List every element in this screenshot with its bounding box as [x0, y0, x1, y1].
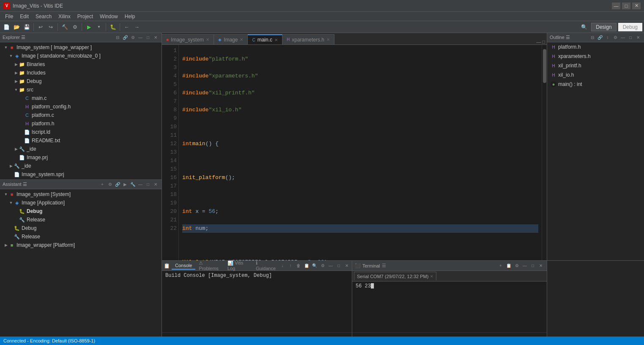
tree-item-binaries[interactable]: ▶ 📁 Binaries [0, 60, 162, 69]
outline-item-main-fn[interactable]: ● main() : int [547, 80, 644, 89]
toolbar-redo-button[interactable]: ↪ [46, 22, 55, 32]
toolbar-forward-button[interactable]: → [132, 22, 142, 32]
assistant-settings-icon[interactable]: ⚙ [107, 181, 113, 188]
terminal-hscrollbar[interactable] [352, 332, 547, 337]
explorer-minimize-icon[interactable]: — [137, 34, 144, 41]
tree-item-image-app[interactable]: ▼ ◈ Image [ standalone_microblaze_0 ] [0, 52, 162, 60]
console-arrow-down-icon[interactable]: ↓ [279, 262, 286, 269]
terminal-sub-tab-close[interactable]: ✕ [430, 274, 433, 279]
terminal-minimize-icon[interactable]: — [521, 262, 528, 269]
toolbar-open-button[interactable]: 📂 [12, 22, 21, 32]
assistant-item-debug2[interactable]: ▶ 🐛 Debug [0, 224, 162, 232]
toolbar-back-button[interactable]: ← [122, 22, 132, 32]
toolbar-run-button[interactable]: ▶ [84, 22, 93, 32]
console-settings-icon[interactable]: ⚙ [319, 262, 326, 269]
assistant-item-image-system[interactable]: ▼ ■ Image_system [System] [0, 190, 162, 199]
debug-tab[interactable]: Debug [618, 23, 642, 31]
tab-close-xparameters-h[interactable]: ✕ [326, 37, 330, 42]
toolbar-debug-button[interactable]: 🐛 [108, 22, 118, 32]
assistant-arrow-image-system[interactable]: ▼ [3, 192, 8, 197]
console-minimize-icon[interactable]: — [327, 262, 334, 269]
menu-window[interactable]: Window [96, 13, 121, 20]
tab-close-image[interactable]: ✕ [240, 37, 243, 42]
menu-file[interactable]: File [2, 13, 16, 20]
toolbar-run-dropdown[interactable]: ▼ [94, 22, 104, 32]
outline-item-xil-io-h[interactable]: H xil_io.h [547, 70, 644, 80]
terminal-output[interactable]: 56 23█ [352, 282, 547, 332]
explorer-close-icon[interactable]: ✕ [152, 34, 159, 41]
console-filter-icon[interactable]: 🔍 [311, 262, 318, 269]
terminal-maximize-icon[interactable]: □ [529, 262, 536, 269]
console-copy-icon[interactable]: 📋 [303, 262, 310, 269]
console-clear-icon[interactable]: 🗑 [295, 262, 302, 269]
tree-item-image-system-sprj[interactable]: ▶ 📄 Image_system.sprj [0, 170, 162, 179]
outline-item-xil-printf-h[interactable]: H xil_printf.h [547, 61, 644, 70]
tree-arrow-src[interactable]: ▼ [14, 87, 19, 92]
maximize-editor-icon[interactable]: □ [542, 39, 545, 44]
explorer-link-icon[interactable]: 🔗 [122, 34, 129, 41]
explorer-collapse-icon[interactable]: ⊟ [114, 34, 121, 41]
console-tab-console[interactable]: Console [172, 262, 195, 270]
assistant-item-debug-bold[interactable]: ▶ 🐛 Debug [0, 207, 162, 215]
assistant-run-icon[interactable]: ▶ [122, 181, 129, 188]
tree-arrow-includes[interactable]: ▶ [14, 70, 19, 75]
tree-item-image-wrapper[interactable]: ▶ ■ Image_wrapper [0, 179, 162, 179]
console-close-icon[interactable]: ✕ [343, 262, 350, 269]
design-tab[interactable]: Design [591, 23, 616, 31]
tree-item-includes[interactable]: ▶ 📁 Includes [0, 69, 162, 77]
assistant-arrow-image-app[interactable]: ▼ [8, 200, 14, 205]
outline-link-icon[interactable]: 🔗 [597, 34, 603, 41]
toolbar-search-button[interactable]: 🔍 [579, 22, 589, 32]
toolbar-build-button[interactable]: 🔨 [60, 22, 69, 32]
outline-item-platform-h[interactable]: H platform.h [547, 42, 644, 52]
outline-item-xparameters-h[interactable]: H xparameters.h [547, 52, 644, 61]
editor-scrollbar[interactable] [542, 45, 547, 260]
toolbar-save-button[interactable]: 💾 [22, 22, 31, 32]
assistant-item-release2[interactable]: ▶ 🔧 Release [0, 232, 162, 241]
menu-help[interactable]: Help [121, 13, 139, 20]
tree-arrow-ide[interactable]: ▶ [8, 163, 14, 168]
maximize-button[interactable]: □ [622, 3, 630, 9]
tree-item-ide[interactable]: ▶ 🔧 _ide [0, 162, 162, 170]
tree-item-lscript-ld[interactable]: ▶ 📄 lscript.ld [0, 128, 162, 136]
outline-close-icon[interactable]: ✕ [635, 34, 641, 41]
close-button[interactable]: ✕ [632, 3, 641, 9]
assistant-close-icon[interactable]: ✕ [152, 181, 159, 188]
tree-item-readme[interactable]: ▶ 📄 README.txt [0, 136, 162, 145]
outline-settings-icon[interactable]: ⚙ [612, 34, 619, 41]
tree-item-platform-c[interactable]: ▶ C platform.c [0, 111, 162, 119]
menu-search[interactable]: Search [32, 13, 55, 20]
outline-collapse-all-icon[interactable]: ⊟ [589, 34, 596, 41]
assistant-item-image-app[interactable]: ▼ ◈ Image [Application] [0, 199, 162, 207]
code-editor[interactable]: #include "platform.h" #include "xparamet… [179, 45, 542, 260]
assistant-item-release[interactable]: ▶ 🔧 Release [0, 215, 162, 224]
console-tab-problems[interactable]: ⚠ Problems [195, 261, 224, 272]
tree-item-debug-folder[interactable]: ▶ 📁 Debug [0, 77, 162, 86]
tab-close-image-system[interactable]: ✕ [206, 37, 209, 42]
explorer-settings-icon[interactable]: ⚙ [129, 34, 136, 41]
tree-item-platform-h[interactable]: ▶ H platform.h [0, 119, 162, 128]
assistant-gear-icon[interactable]: 🔧 [129, 181, 136, 188]
toolbar-undo-button[interactable]: ↩ [36, 22, 45, 32]
tree-arrow-ide-sub[interactable]: ▶ [14, 146, 19, 152]
tree-arrow-image-system[interactable]: ▼ [3, 45, 8, 50]
assistant-add-icon[interactable]: + [99, 181, 106, 188]
assistant-minimize-icon[interactable]: — [137, 181, 144, 188]
minimize-button[interactable]: — [612, 3, 620, 9]
explorer-maximize-icon[interactable]: □ [145, 34, 151, 41]
tree-item-image-prj[interactable]: ▶ 📄 Image.prj [0, 153, 162, 162]
menu-xilinx[interactable]: Xilinx [55, 13, 74, 20]
tree-item-ide-sub[interactable]: ▶ 🔧 _ide [0, 145, 162, 153]
terminal-close-icon[interactable]: ✕ [537, 262, 544, 269]
tree-item-src[interactable]: ▼ 📁 src [0, 86, 162, 94]
tab-image-system[interactable]: ■ Image_system ✕ [162, 34, 214, 44]
minimize-editor-icon[interactable]: — [536, 39, 541, 44]
console-arrow-up-icon[interactable]: ↑ [287, 262, 294, 269]
tree-item-main-c[interactable]: ▶ C main.c [0, 94, 162, 102]
terminal-copy-icon[interactable]: 📋 [505, 262, 512, 269]
assistant-maximize-icon[interactable]: □ [145, 181, 151, 188]
assistant-item-image-wrapper[interactable]: ▶ ■ Image_wrapper [Platform] [0, 241, 162, 249]
outline-minimize-icon[interactable]: — [619, 34, 626, 41]
tab-main-c[interactable]: C main.c ✕ [248, 34, 282, 44]
console-tab-guidance[interactable]: ℹ Guidance [252, 261, 279, 272]
